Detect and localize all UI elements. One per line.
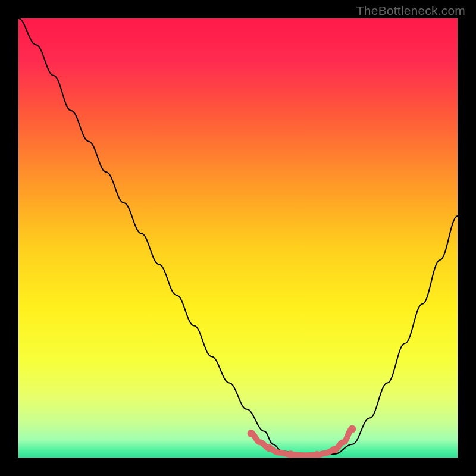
curves <box>18 18 458 458</box>
watermark-text: TheBottleneck.com <box>356 4 465 18</box>
chart-container: TheBottleneck.com <box>0 0 476 476</box>
optimal-marker-dot <box>265 444 273 452</box>
plot-area <box>18 18 458 458</box>
bottleneck-curve <box>18 18 458 455</box>
optimal-marker-dot <box>348 425 356 433</box>
optimal-marker-dot <box>248 430 255 437</box>
optimal-marker-dot <box>331 446 339 453</box>
